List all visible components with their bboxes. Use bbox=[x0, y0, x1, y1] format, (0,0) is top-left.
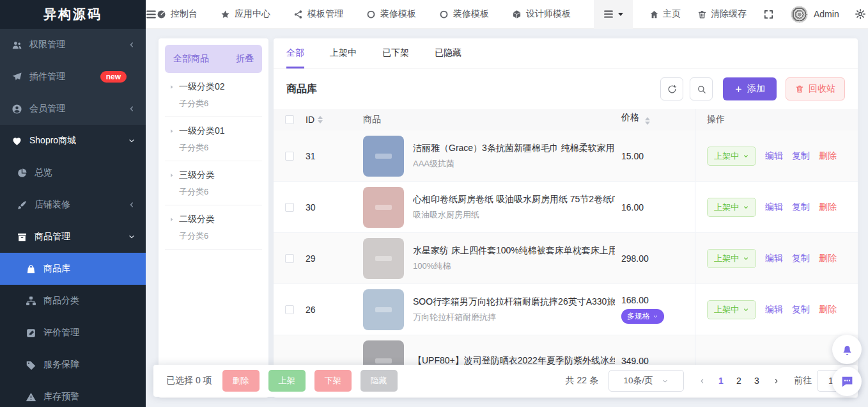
gear-icon[interactable] bbox=[855, 8, 866, 20]
all-products-button[interactable]: 全部商品 bbox=[173, 53, 209, 65]
chevron-icon bbox=[128, 265, 136, 273]
delete-link[interactable]: 删除 bbox=[819, 150, 837, 162]
chevron-icon bbox=[128, 169, 136, 177]
notifications-button[interactable] bbox=[832, 335, 862, 364]
page-number[interactable]: 1 bbox=[712, 376, 730, 386]
row-checkbox[interactable] bbox=[285, 203, 294, 212]
sidebar-item[interactable]: 商品库 bbox=[0, 253, 146, 285]
col-id[interactable]: ID bbox=[306, 115, 314, 125]
edit-link[interactable]: 编辑 bbox=[765, 304, 783, 315]
sidebar-item[interactable]: Shopro商城 bbox=[0, 125, 146, 157]
status-dropdown[interactable]: 上架中 bbox=[707, 147, 756, 166]
sidebar-item[interactable]: 库存预警 bbox=[0, 381, 146, 407]
category-tree: 一级分类02 子分类6 一级分类01 子分类6 bbox=[165, 73, 262, 250]
status-tab[interactable]: 全部 bbox=[286, 47, 304, 68]
sidebar-item[interactable]: 会员管理 bbox=[0, 93, 146, 125]
delete-link[interactable]: 删除 bbox=[819, 304, 837, 315]
product-id: 30 bbox=[306, 202, 363, 212]
sidebar-item[interactable]: 评价管理 bbox=[0, 317, 146, 349]
add-button[interactable]: 添加 bbox=[723, 77, 777, 100]
next-page-button[interactable] bbox=[768, 378, 784, 385]
chat-button[interactable] bbox=[832, 367, 862, 396]
caret-right-icon[interactable] bbox=[169, 216, 175, 223]
avatar[interactable] bbox=[791, 6, 808, 23]
category-node[interactable]: 一级分类01 子分类6 bbox=[165, 117, 262, 161]
edit-link[interactable]: 编辑 bbox=[765, 202, 783, 213]
tabs-dropdown-button[interactable] bbox=[594, 0, 633, 29]
batch-off-shelf-button[interactable]: 下架 bbox=[314, 370, 352, 392]
plus-icon bbox=[734, 85, 743, 93]
sidebar-item[interactable]: 权限管理 bbox=[0, 29, 146, 61]
navbar-item[interactable]: 控制台 bbox=[157, 8, 198, 20]
copy-link[interactable]: 复制 bbox=[792, 253, 810, 264]
copy-link[interactable]: 复制 bbox=[792, 202, 810, 213]
row-checkbox[interactable] bbox=[285, 305, 294, 314]
status-dropdown[interactable]: 上架中 bbox=[707, 198, 756, 217]
caret-right-icon[interactable] bbox=[169, 128, 175, 134]
table-body: 31 洁丽雅（Grace）3条抗菌新疆棉毛巾 纯棉柔软家用... AAA级抗菌 … bbox=[274, 131, 858, 387]
chevron-icon bbox=[128, 41, 136, 49]
navbar-item[interactable]: 设计师模板 bbox=[512, 8, 571, 20]
copy-link[interactable]: 复制 bbox=[792, 304, 810, 315]
sidebar: 异构源码 权限管理 插件管理 new bbox=[0, 0, 146, 407]
navbar-item[interactable]: 应用中心 bbox=[221, 8, 270, 20]
product-title: 洁丽雅（Grace）3条抗菌新疆棉毛巾 纯棉柔软家用... bbox=[413, 143, 615, 154]
sidebar-item[interactable]: 插件管理 new bbox=[0, 61, 146, 93]
sidebar-item-icon bbox=[26, 264, 36, 275]
sidebar-item-label: 插件管理 bbox=[29, 71, 100, 83]
category-node[interactable]: 一级分类02 子分类6 bbox=[165, 73, 262, 117]
refresh-button[interactable] bbox=[660, 77, 683, 100]
trash-icon bbox=[697, 10, 707, 19]
status-tab[interactable]: 已隐藏 bbox=[435, 47, 461, 68]
chevron-down-icon bbox=[653, 314, 658, 319]
sort-icon[interactable] bbox=[645, 115, 650, 127]
page-number[interactable]: 3 bbox=[748, 376, 766, 386]
page-number[interactable]: 2 bbox=[730, 376, 748, 386]
copy-link[interactable]: 复制 bbox=[792, 150, 810, 162]
sort-icon[interactable] bbox=[318, 113, 323, 126]
category-node[interactable]: 二级分类 子分类6 bbox=[165, 205, 262, 250]
col-price[interactable]: 价格 bbox=[621, 112, 639, 122]
batch-delete-button[interactable]: 删除 bbox=[222, 370, 260, 392]
sidebar-item[interactable]: 商品分类 bbox=[0, 285, 146, 317]
batch-on-shelf-button[interactable]: 上架 bbox=[268, 370, 306, 392]
fullscreen-icon[interactable] bbox=[763, 9, 774, 20]
page-size-select[interactable]: 10条/页 bbox=[608, 370, 684, 392]
recycle-bin-button[interactable]: 回收站 bbox=[786, 77, 845, 100]
navbar-item[interactable]: 装修模板 bbox=[439, 8, 489, 20]
navbar-item[interactable]: 模板管理 bbox=[293, 8, 343, 20]
row-checkbox[interactable] bbox=[285, 152, 294, 161]
sidebar-item[interactable]: 服务保障 bbox=[0, 349, 146, 381]
trash-icon bbox=[795, 84, 804, 93]
status-dropdown[interactable]: 上架中 bbox=[707, 249, 756, 268]
category-node[interactable]: 三级分类 子分类6 bbox=[165, 161, 262, 205]
chevron-icon bbox=[128, 393, 136, 401]
category-name: 三级分类 bbox=[179, 170, 215, 181]
username[interactable]: Admin bbox=[814, 9, 839, 19]
row-checkbox[interactable] bbox=[285, 254, 294, 263]
clear-cache-link[interactable]: 清除缓存 bbox=[697, 8, 747, 20]
sidebar-item[interactable]: 店铺装修 bbox=[0, 189, 146, 221]
collapse-button[interactable]: 折叠 bbox=[236, 53, 254, 65]
select-all-checkbox[interactable] bbox=[285, 115, 294, 124]
delete-link[interactable]: 删除 bbox=[819, 253, 837, 264]
home-link[interactable]: 主页 bbox=[649, 8, 681, 20]
sidebar-item[interactable]: 商品管理 bbox=[0, 221, 146, 253]
sidebar-item[interactable]: 总览 bbox=[0, 157, 146, 189]
batch-hide-button[interactable]: 隐藏 bbox=[360, 370, 398, 392]
edit-link[interactable]: 编辑 bbox=[765, 253, 783, 264]
caret-right-icon[interactable] bbox=[169, 172, 175, 179]
total-count: 共 22 条 bbox=[566, 375, 598, 387]
menu-toggle-icon[interactable] bbox=[146, 0, 157, 29]
search-button[interactable] bbox=[690, 77, 713, 100]
caret-right-icon[interactable] bbox=[169, 84, 175, 90]
edit-link[interactable]: 编辑 bbox=[765, 150, 783, 162]
status-tab[interactable]: 上架中 bbox=[330, 47, 357, 68]
prev-page-button[interactable] bbox=[694, 378, 709, 385]
multi-spec-badge[interactable]: 多规格 bbox=[621, 309, 664, 324]
navbar-item[interactable]: 装修模板 bbox=[366, 8, 416, 20]
delete-link[interactable]: 删除 bbox=[819, 202, 837, 213]
status-tab[interactable]: 已下架 bbox=[382, 47, 409, 68]
navbar-item-icon bbox=[439, 10, 449, 19]
status-dropdown[interactable]: 上架中 bbox=[707, 300, 756, 319]
